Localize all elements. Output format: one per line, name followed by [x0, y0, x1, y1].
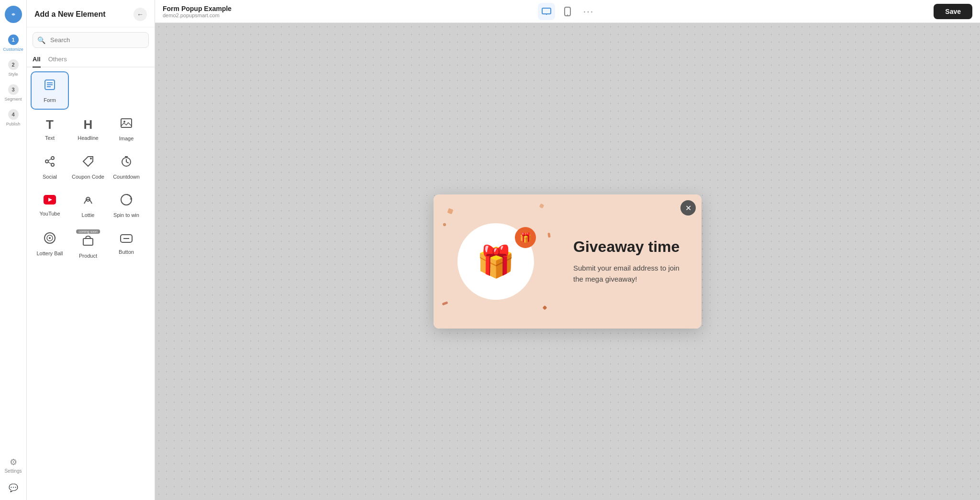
- social-icon: [43, 155, 56, 171]
- button-label: Button: [119, 249, 134, 255]
- close-icon: ✕: [685, 204, 691, 213]
- countdown-label: Countdown: [113, 174, 140, 180]
- nav-number-2: 2: [8, 59, 19, 70]
- image-label: Image: [119, 136, 134, 141]
- tab-others[interactable]: Others: [48, 53, 67, 68]
- element-spin[interactable]: Spin to win: [107, 186, 145, 225]
- youtube-label: YouTube: [39, 211, 60, 216]
- sidebar-label-publish: Publish: [6, 122, 21, 126]
- sidebar-label-customize: Customize: [3, 47, 23, 52]
- desktop-view-button[interactable]: [538, 3, 555, 20]
- sidebar-item-publish[interactable]: 4 Publish: [0, 105, 26, 130]
- element-headline[interactable]: H Headline: [69, 110, 107, 148]
- element-countdown[interactable]: Countdown: [107, 148, 145, 186]
- sidebar-nav: 1 Customize 2 Style 3 Segment 4 Publish …: [0, 0, 27, 500]
- more-icon: ···: [583, 6, 594, 17]
- headline-label: Headline: [78, 135, 98, 141]
- panel-header: Add a New Element ←: [27, 0, 155, 27]
- countdown-icon: [120, 155, 133, 171]
- element-form[interactable]: Form: [31, 71, 69, 110]
- svg-point-12: [90, 158, 92, 159]
- back-icon: ←: [137, 11, 144, 18]
- lottie-label: Lottie: [82, 212, 95, 218]
- back-button[interactable]: ←: [134, 8, 147, 21]
- lottery-label: Lottery Ball: [36, 250, 63, 256]
- sidebar-item-customize[interactable]: 1 Customize: [0, 31, 26, 56]
- topbar-left: Form Popup Example demo2.popupsmart.com: [163, 5, 538, 18]
- coupon-label: Coupon Code: [72, 174, 104, 180]
- text-label: Text: [45, 135, 55, 141]
- sidebar-settings[interactable]: ⚙ Settings: [0, 451, 26, 479]
- nav-number-3: 3: [8, 84, 19, 95]
- element-text[interactable]: T Text: [31, 110, 69, 148]
- svg-point-22: [49, 237, 51, 239]
- nav-number-1: 1: [8, 34, 19, 45]
- gift-badge: 🎁: [515, 227, 536, 248]
- topbar-center: ···: [538, 3, 597, 20]
- confetti-1: [447, 208, 454, 215]
- svg-rect-26: [542, 8, 551, 14]
- topbar-title: Form Popup Example: [163, 5, 538, 12]
- svg-point-30: [567, 14, 568, 15]
- confetti-2: [443, 223, 446, 226]
- spin-icon: [120, 193, 133, 209]
- svg-line-11: [48, 162, 51, 164]
- svg-point-8: [45, 160, 48, 163]
- popup-subtitle: Submit your email address to join the me…: [573, 263, 686, 284]
- app-logo: [5, 6, 22, 23]
- tab-all[interactable]: All: [33, 53, 41, 68]
- confetti-3: [539, 204, 545, 209]
- form-label: Form: [44, 97, 56, 103]
- sidebar-item-style[interactable]: 2 Style: [0, 56, 26, 80]
- lottie-icon: [81, 193, 95, 209]
- gift-image: 🎁 🎁: [457, 223, 534, 300]
- element-button[interactable]: Button: [107, 225, 145, 263]
- lottery-icon: [43, 231, 56, 248]
- confetti-4: [442, 301, 448, 306]
- element-product[interactable]: coming soon Product: [69, 225, 107, 263]
- sidebar-label-style: Style: [8, 72, 18, 77]
- svg-line-10: [48, 159, 51, 161]
- svg-rect-23: [83, 239, 93, 245]
- search-input[interactable]: [33, 32, 149, 48]
- svg-point-6: [123, 121, 125, 123]
- text-icon: T: [46, 117, 54, 132]
- topbar-right: Save: [597, 4, 972, 19]
- topbar: Form Popup Example demo2.popupsmart.com …: [155, 0, 980, 23]
- confetti-5: [543, 306, 547, 310]
- spin-label: Spin to win: [113, 212, 139, 218]
- mobile-view-button[interactable]: [559, 3, 576, 20]
- elements-grid: Form T Text H Headline: [27, 68, 155, 500]
- headline-icon: H: [84, 117, 93, 132]
- product-label: Product: [79, 253, 97, 259]
- social-label: Social: [43, 174, 57, 180]
- element-lottie[interactable]: Lottie: [69, 186, 107, 225]
- popup-right: Giveaway time Submit your email address …: [558, 194, 702, 329]
- image-icon: [120, 116, 133, 133]
- canvas-content: ✕ 🎁 🎁 Gi: [155, 23, 980, 500]
- form-icon: [43, 78, 56, 94]
- coming-soon-badge: coming soon: [76, 229, 100, 234]
- svg-rect-5: [121, 119, 132, 127]
- button-icon: [120, 233, 133, 246]
- element-youtube[interactable]: YouTube: [31, 186, 69, 225]
- panel-tabs: All Others: [27, 53, 155, 68]
- element-lottery[interactable]: Lottery Ball: [31, 225, 69, 263]
- sidebar-item-segment[interactable]: 3 Segment: [0, 80, 26, 105]
- element-coupon[interactable]: Coupon Code: [69, 148, 107, 186]
- search-bar: 🔍: [33, 32, 149, 48]
- svg-point-7: [51, 157, 54, 159]
- popup-close-button[interactable]: ✕: [680, 200, 696, 216]
- more-options-button[interactable]: ···: [580, 3, 597, 20]
- settings-icon: ⚙: [10, 457, 17, 467]
- add-element-panel: Add a New Element ← 🔍 All Others: [27, 0, 155, 500]
- save-button[interactable]: Save: [934, 4, 972, 19]
- svg-point-9: [51, 163, 54, 166]
- sidebar-chat[interactable]: 💬: [0, 479, 26, 500]
- element-image[interactable]: Image: [107, 110, 145, 148]
- search-icon: 🔍: [37, 36, 45, 44]
- element-social[interactable]: Social: [31, 148, 69, 186]
- coupon-icon: [81, 155, 95, 171]
- panel-title: Add a New Element: [34, 10, 105, 19]
- settings-label: Settings: [4, 468, 22, 474]
